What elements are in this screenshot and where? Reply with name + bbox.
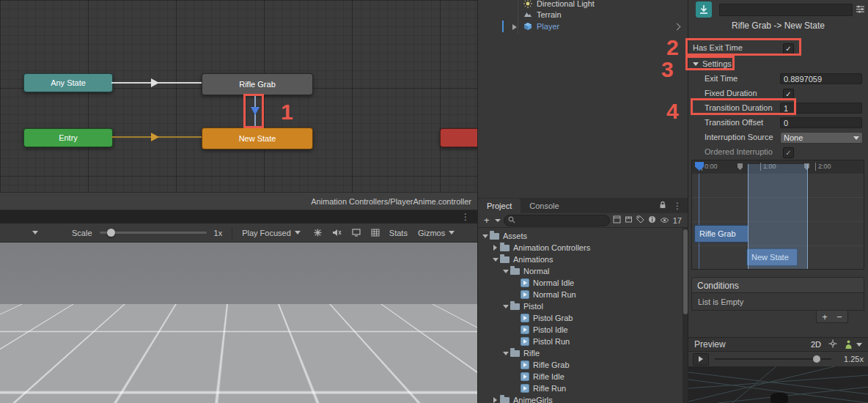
timeline-tick: 1:00 — [760, 163, 776, 171]
chevron-down-icon — [32, 231, 38, 234]
sparkle-icon[interactable] — [314, 229, 322, 237]
timeline-bar-label: New State — [751, 253, 789, 262]
preview-play-button[interactable] — [693, 353, 709, 366]
preview-2d-toggle[interactable]: 2D — [811, 340, 821, 349]
range-marker-icon[interactable] — [804, 163, 809, 170]
state-node-exit[interactable] — [440, 128, 479, 147]
scale-value: 1x — [214, 229, 223, 237]
game-viewport[interactable] — [0, 243, 477, 403]
preview-speed-slider[interactable] — [715, 358, 831, 360]
project-tree[interactable]: Assets Animation Controllers Animations … — [478, 228, 683, 403]
preview-speed-handle[interactable] — [813, 355, 820, 363]
folder-icon — [510, 350, 520, 357]
tab-project[interactable]: Project — [478, 199, 521, 213]
tree-item[interactable]: Pistol Run — [478, 336, 683, 347]
search-input[interactable] — [504, 215, 610, 226]
gizmos-dropdown[interactable]: Gizmos — [415, 229, 457, 237]
tree-item-assets[interactable]: Assets — [478, 230, 683, 242]
tree-item[interactable]: Rifle Grab — [478, 359, 683, 371]
foldout-arrow-icon[interactable] — [491, 397, 499, 403]
foldout-arrow-icon[interactable] — [501, 270, 510, 273]
timeline-track-area[interactable]: Rifle Grab New State — [692, 174, 864, 269]
kebab-menu-icon[interactable]: ⋮ — [673, 199, 682, 212]
display-dropdown[interactable] — [0, 231, 41, 234]
mute-audio-icon[interactable] — [332, 229, 342, 237]
interruption-source-row: Interruption Source None — [688, 131, 868, 144]
tree-item[interactable]: AnimeGirls — [478, 394, 683, 403]
state-node-rifle-grab[interactable]: Rifle Grab — [202, 73, 313, 95]
animation-clip-icon — [521, 314, 529, 322]
play-focused-dropdown[interactable]: Play Focused — [239, 229, 304, 237]
remove-condition-button[interactable]: − — [832, 311, 847, 322]
transition-offset-field[interactable]: 0 — [780, 117, 862, 128]
animation-clip-icon — [521, 278, 529, 287]
foldout-arrow-icon[interactable] — [501, 305, 510, 308]
tree-item[interactable]: Pistol Idle — [478, 324, 683, 336]
transition-name-field[interactable] — [719, 4, 853, 16]
tree-item[interactable]: Normal Idle — [478, 277, 683, 289]
info-icon[interactable] — [648, 215, 656, 225]
create-asset-button[interactable] — [484, 215, 501, 226]
hierarchy-item-terrain[interactable]: Terrain — [478, 9, 688, 21]
tree-item[interactable]: Rifle Run — [478, 382, 683, 394]
hierarchy-panel[interactable]: Directional Light Terrain Player — [478, 0, 688, 198]
tree-item[interactable]: Pistol Grab — [478, 312, 683, 324]
tree-item[interactable]: Normal — [478, 265, 683, 277]
preview-header[interactable]: Preview 2D — [688, 337, 868, 352]
state-node-new-state[interactable]: New State — [202, 127, 313, 149]
foldout-arrow-icon[interactable] — [491, 258, 499, 262]
kebab-menu-icon[interactable]: ⋮ — [461, 210, 470, 223]
tree-item[interactable]: Animations — [478, 254, 683, 265]
add-condition-button[interactable]: + — [817, 311, 832, 322]
project-toolbar: 17 — [478, 213, 688, 228]
exit-time-field[interactable]: 0.8897059 — [780, 73, 862, 84]
avatar-preview-dropdown[interactable] — [845, 340, 862, 349]
state-node-any-state[interactable]: Any State — [23, 73, 113, 92]
tree-item-label: Rifle Grab — [533, 361, 570, 369]
field-label: Ordered Interruptio — [705, 147, 773, 156]
interruption-source-dropdown[interactable]: None — [780, 132, 863, 144]
scale-slider-handle[interactable] — [107, 229, 115, 237]
tree-item-label: Rifle — [523, 349, 540, 358]
pivot-icon[interactable] — [828, 339, 837, 350]
game-toolbar: Scale 1x Play Focused Stats Gizmos — [0, 223, 477, 243]
tree-item[interactable]: Pistol — [478, 300, 683, 312]
foldout-arrow-icon[interactable] — [501, 352, 510, 355]
foldout-arrow-icon[interactable] — [491, 245, 499, 251]
stats-button[interactable]: Stats — [389, 229, 408, 237]
monitor-icon[interactable] — [352, 229, 361, 237]
folder-icon — [510, 303, 520, 310]
tree-item[interactable]: Rifle Idle — [478, 371, 683, 382]
transition-timeline[interactable]: 0:00 1:00 2:00 Rifle Grab New State — [691, 160, 864, 270]
divider — [232, 227, 232, 239]
tab-console[interactable]: Console — [521, 199, 567, 213]
window-icon[interactable] — [613, 215, 621, 225]
gizmos-label: Gizmos — [418, 229, 445, 237]
grid-icon[interactable] — [371, 229, 380, 237]
timeline-bar-rifle-grab[interactable]: Rifle Grab — [694, 225, 749, 243]
scale-slider[interactable] — [100, 232, 207, 234]
transition-arrow-icon[interactable] — [151, 78, 159, 87]
ordered-interruption-checkbox[interactable]: ✓ — [783, 147, 794, 158]
hidden-count: 17 — [673, 216, 682, 225]
preview-viewport[interactable] — [688, 366, 868, 403]
timeline-ruler[interactable]: 0:00 1:00 2:00 — [692, 160, 864, 174]
transition-arrow-icon[interactable] — [151, 133, 159, 141]
range-marker-icon[interactable] — [738, 163, 743, 170]
animator-graph[interactable]: Any State Rifle Grab Entry New State — [0, 0, 477, 192]
label-icon[interactable] — [636, 215, 644, 225]
tree-item[interactable]: Animation Controllers — [478, 242, 683, 254]
presets-icon[interactable] — [856, 5, 865, 15]
state-node-entry[interactable]: Entry — [23, 128, 113, 147]
lock-icon[interactable] — [659, 201, 666, 210]
foldout-arrow-icon[interactable] — [481, 234, 489, 238]
avatar-icon — [845, 340, 853, 349]
node-label: New State — [239, 134, 276, 143]
tree-item[interactable]: Normal Run — [478, 289, 683, 300]
package-icon[interactable] — [625, 215, 633, 225]
transition-icon — [696, 1, 712, 18]
tree-item[interactable]: Rifle — [478, 347, 683, 359]
hierarchy-item-player[interactable]: Player — [478, 21, 688, 32]
timeline-bar-new-state[interactable]: New State — [746, 248, 798, 266]
eye-icon[interactable] — [660, 216, 669, 225]
